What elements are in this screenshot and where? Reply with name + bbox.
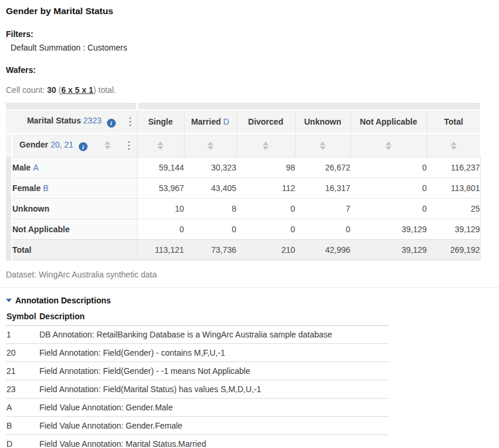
sort-toggle-not-applicable[interactable] (350, 133, 427, 157)
data-cell: 0 (137, 219, 184, 239)
data-cell: 42,996 (295, 239, 350, 260)
table-row-total: Total 113,121 73,736 210 42,996 39,129 2… (6, 239, 480, 260)
top-strip-right (137, 103, 480, 110)
data-cell: 59,144 (137, 157, 184, 178)
annotation-description: Field Annotation: Field(Gender) - -1 mea… (39, 362, 389, 380)
annotation-section-header[interactable]: Annotation Descriptions (6, 296, 490, 305)
annotation-row: D Field Value Annotation: Marital Status… (6, 434, 389, 448)
cell-count-paren-open: ( (56, 85, 62, 95)
table-top-strip (6, 103, 480, 110)
column-header-single[interactable]: Single (137, 110, 184, 133)
data-cell: 0 (236, 198, 295, 219)
annotation-row: 1 DB Annotation: RetailBanking Database … (6, 325, 389, 343)
table-row-unknown: Unknown 10 8 0 7 0 25 (6, 198, 480, 219)
sort-toggle-married[interactable] (184, 133, 236, 157)
annotation-row: 23 Field Annotation: Field(Marital Statu… (6, 380, 389, 398)
column-label: Unknown (304, 117, 341, 126)
annotation-symbol: A (6, 398, 39, 416)
table-row-female: FemaleB 53,967 43,405 112 16,317 0 113,8… (6, 178, 480, 198)
data-cell: 26,672 (295, 157, 350, 178)
row-label-text: Not Applicable (12, 225, 70, 234)
column-header-not-applicable[interactable]: Not Applicable (350, 110, 427, 133)
annotation-table: Symbol Description 1 DB Annotation: Reta… (6, 310, 389, 448)
annotation-symbol: 20 (6, 343, 39, 362)
data-cell: 39,129 (350, 239, 427, 260)
annotation-symbol: 23 (6, 380, 39, 398)
info-icon[interactable]: i (79, 142, 88, 151)
sort-toggle-single[interactable] (137, 133, 184, 157)
dataset-note: Dataset: WingArc Australia synthetic dat… (6, 270, 490, 279)
data-cell: 43,405 (184, 178, 236, 198)
annotation-row: B Field Value Annotation: Gender.Female (6, 416, 389, 434)
gutter-cell (6, 219, 12, 239)
gutter-cell (6, 198, 12, 219)
data-cell: 39,129 (350, 219, 427, 239)
gutter-cell (6, 133, 12, 157)
sort-toggle-divorced[interactable] (236, 133, 295, 157)
annotation-row: 20 Field Annotation: Field(Gender) - con… (6, 343, 389, 362)
annotation-section-title: Annotation Descriptions (15, 296, 111, 305)
filter-value: Default Summation : Customers (11, 43, 490, 52)
row-label: FemaleB (12, 178, 137, 198)
row-annotation: B (43, 183, 48, 193)
sort-icon[interactable] (105, 141, 110, 149)
column-header-married[interactable]: MarriedD (184, 110, 236, 133)
data-cell: 112 (236, 178, 295, 198)
cell-dimensions-link[interactable]: 6 x 5 x 1 (61, 85, 93, 95)
annotation-description: Field Value Annotation: Marital Status.M… (39, 434, 389, 448)
annotation-symbol: D (6, 434, 39, 448)
row-label: MaleA (12, 157, 137, 178)
row-label-text: Female (12, 183, 41, 193)
sort-toggle-total[interactable] (427, 133, 480, 157)
filters-label: Filters: (6, 29, 490, 39)
sort-icon (263, 142, 269, 150)
kebab-menu-icon[interactable] (128, 116, 132, 128)
data-cell: 0 (236, 219, 295, 239)
data-cell: 116,237 (427, 157, 480, 178)
data-cell: 30,323 (184, 157, 236, 178)
sort-icon (386, 142, 391, 150)
annotation-description: Field Value Annotation: Gender.Male (39, 398, 389, 416)
sort-toggle-unknown[interactable] (295, 133, 350, 157)
row-field-header[interactable]: Gender 20, 21 i (12, 133, 137, 157)
annotation-symbol: B (6, 416, 39, 434)
annotation-description: Field Annotation: Field(Gender) - contai… (39, 343, 389, 362)
sort-icon (320, 142, 326, 150)
description-column-header: Description (39, 310, 389, 326)
row-label: Unknown (12, 198, 137, 219)
column-label: Total (444, 117, 463, 126)
cell-count-suffix: total. (96, 85, 116, 95)
column-label: Not Applicable (360, 117, 417, 126)
data-cell: 269,192 (427, 239, 480, 260)
table-row-male: MaleA 59,144 30,323 98 26,672 0 116,237 (6, 157, 480, 178)
cell-count-line: Cell count: 30 (6 x 5 x 1) total. (6, 85, 490, 95)
collapse-caret-icon[interactable] (6, 299, 12, 302)
annotation-description: DB Annotation: RetailBanking Database is… (39, 325, 389, 343)
kebab-menu-icon[interactable] (127, 140, 131, 151)
data-cell: 16,317 (295, 178, 350, 198)
data-cell: 113,801 (427, 178, 480, 198)
data-cell: 7 (295, 198, 350, 219)
cell-count-value: 30 (47, 85, 56, 95)
sort-icon (207, 142, 213, 150)
page-title: Gender by Marital Status (6, 6, 490, 16)
cell-count-prefix: Cell count: (6, 85, 47, 95)
column-field-header[interactable]: Marital Status 2323 i (6, 110, 137, 133)
column-header-unknown[interactable]: Unknown (295, 110, 350, 133)
column-header-divorced[interactable]: Divorced (236, 110, 295, 133)
data-cell: 39,129 (427, 219, 480, 239)
section-divider (0, 287, 499, 288)
data-cell: 8 (184, 198, 236, 219)
annotation-header-row: Symbol Description (6, 310, 389, 326)
column-field-name: Marital Status (27, 116, 81, 125)
gutter-cell (6, 178, 12, 198)
column-label: Married (191, 117, 221, 126)
sort-icon (158, 142, 163, 150)
symbol-column-header: Symbol (6, 310, 39, 326)
row-label-text: Total (12, 245, 31, 255)
row-field-annotations: 20, 21 (51, 140, 73, 149)
row-field-label-group: Gender 20, 21 i (19, 140, 88, 152)
info-icon[interactable]: i (107, 119, 116, 128)
row-label: Not Applicable (12, 219, 137, 239)
column-header-total[interactable]: Total (427, 110, 480, 133)
